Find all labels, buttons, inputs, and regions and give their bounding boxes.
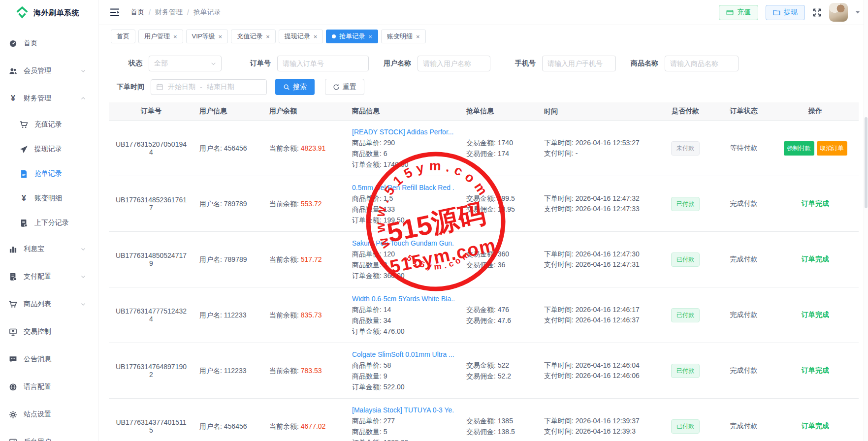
order-complete-text: 订单完成 [802, 366, 829, 375]
product-link[interactable]: 0.5mm Gel Pen Refill Black Red ... [352, 182, 454, 193]
close-icon[interactable]: × [416, 33, 420, 40]
close-icon[interactable]: × [368, 33, 372, 40]
sidebar-item-recharge-records[interactable]: 充值记录 [0, 112, 98, 137]
sidebar-item-label: 公告消息 [24, 355, 51, 364]
sidebar-item-language-config[interactable]: 语言配置 [0, 373, 98, 401]
trade-amount-value: 1385 [498, 417, 513, 425]
unit-price-label: 商品单价: [352, 417, 384, 425]
sidebar-item-home[interactable]: 首页 [0, 30, 98, 57]
pay-status-badge: 已付款 [671, 197, 700, 211]
column-header: 商品信息 [346, 107, 460, 116]
username: 用户名: 112233 [199, 365, 257, 376]
globe-icon [9, 383, 17, 391]
monitor-check-icon [9, 438, 17, 441]
time-cell: 下单时间: 2026-04-16 12:46:17支付时间: 2026-04-1… [538, 305, 655, 325]
sidebar-item-payment-config[interactable]: 支付配置 [0, 263, 98, 290]
sidebar-item-account-change-details[interactable]: ¥账变明细 [0, 186, 98, 211]
dashboard-icon [9, 39, 17, 48]
sidebar-item-trade-control[interactable]: 交易控制 [0, 318, 98, 346]
pay-status-badge: 已付款 [671, 308, 700, 322]
caret-down-icon[interactable] [855, 10, 860, 15]
column-header: 是否付款 [655, 107, 715, 116]
tab-order-grab-records[interactable]: 抢单记录× [326, 30, 378, 43]
topbar: 首页 / 财务管理 / 抢单记录 充值 [99, 0, 868, 25]
main-area: 首页 / 财务管理 / 抢单记录 充值 [99, 0, 868, 441]
sidebar-collapse-icon[interactable] [110, 8, 120, 17]
breadcrumb-home[interactable]: 首页 [130, 8, 144, 17]
order-number: UB17763147775124324 [109, 307, 193, 323]
tab-account-change-details[interactable]: 账变明细× [381, 30, 426, 43]
tab-recharge-records[interactable]: 充值记录× [231, 30, 276, 43]
product-link[interactable]: Colgate SlimSoft 0.01mm Ultra ... [352, 349, 454, 360]
force-pay-button[interactable]: 强制付款 [784, 141, 814, 156]
close-icon[interactable]: × [314, 33, 318, 40]
withdraw-button[interactable]: 提现 [766, 5, 805, 20]
username-value: 789789 [224, 200, 247, 208]
time-cell: 下单时间: 2026-04-16 12:47:32支付时间: 2026-04-1… [538, 193, 655, 214]
quantity-value: 34 [384, 316, 391, 324]
trade-amount: 交易金额: 360 [466, 249, 532, 259]
commission: 交易佣金: 174 [466, 148, 532, 159]
username-input[interactable] [418, 56, 490, 71]
username-value: 112233 [224, 311, 247, 319]
tab-home[interactable]: 首页 [111, 30, 135, 43]
status-select-value: 全部 [154, 59, 168, 68]
close-icon[interactable]: × [266, 33, 270, 40]
tab-vip-level[interactable]: VIP等级× [186, 30, 228, 43]
product-link[interactable]: [Malaysia Stock] TUTUYA 0-3 Ye... [352, 405, 454, 415]
sidebar-item-finance-management[interactable]: ¥财务管理 [0, 85, 98, 112]
product-link[interactable]: [READY STOCK] Adidas Perfor... [352, 126, 454, 137]
order-no-input[interactable] [277, 56, 369, 71]
order-amount-label: 订单金额: [352, 383, 384, 391]
product-name-input[interactable] [665, 56, 739, 71]
scrollbar-track [864, 0, 868, 441]
username: 用户名: 456456 [199, 421, 257, 432]
close-icon[interactable]: × [219, 33, 223, 40]
order-number: UB17763148505247179 [109, 252, 193, 267]
status-select[interactable]: 全部 [149, 56, 222, 71]
cart-icon [20, 121, 28, 129]
sidebar-item-site-settings[interactable]: 站点设置 [0, 401, 98, 428]
scrollbar-thumb[interactable] [865, 117, 868, 208]
search-button[interactable]: 搜索 [275, 79, 315, 95]
unit-price: 商品单价: 1.5 [352, 193, 454, 204]
tab-withdraw-records[interactable]: 提现记录× [279, 30, 323, 43]
sidebar-item-label: 财务管理 [24, 94, 51, 103]
phone-input[interactable] [542, 56, 616, 71]
commission-value: 19.95 [498, 205, 515, 213]
username-label: 用户名: [199, 367, 224, 375]
sidebar-item-order-grab-records[interactable]: 抢单记录 [0, 161, 98, 186]
open-tabs-bar: 首页用户管理×VIP等级×充值记录×提现记录×抢单记录×账变明细× [99, 25, 868, 46]
commission-label: 交易佣金: [466, 428, 498, 436]
cancel-order-button[interactable]: 取消订单 [817, 141, 847, 156]
order-amount: 订单金额: 1740.00 [352, 159, 454, 170]
product-link[interactable]: Sakura Pen-Touch Gundam Gun... [352, 238, 454, 249]
trade-amount: 交易金额: 199.5 [466, 193, 532, 204]
sidebar-item-announcements[interactable]: 公告消息 [0, 346, 98, 373]
avatar[interactable] [829, 3, 848, 22]
pay-time: 支付时间: 2026-04-16 12:46:37 [544, 315, 649, 325]
order-amount-value: 1740.00 [384, 160, 409, 168]
close-icon[interactable]: × [173, 33, 177, 40]
recharge-button[interactable]: 充值 [719, 5, 758, 20]
reset-button[interactable]: 重置 [325, 79, 364, 95]
date-range-input[interactable]: 开始日期 - 结束日期 [151, 79, 267, 95]
sidebar-item-admin-users[interactable]: 后台用户 [0, 428, 98, 441]
sidebar-item-goods-list[interactable]: 商品列表 [0, 290, 98, 318]
sidebar-item-updown-records[interactable]: 上下分记录 [0, 211, 98, 235]
fullscreen-icon[interactable] [812, 8, 822, 17]
trade-amount-value: 1740 [498, 139, 513, 147]
sidebar-item-withdraw-records[interactable]: 提现记录 [0, 137, 98, 161]
sidebar-item-member-management[interactable]: 会员管理 [0, 57, 98, 85]
unit-price-value: 120 [384, 250, 395, 258]
sidebar-item-interest-treasure[interactable]: 利息宝 [0, 235, 98, 263]
tab-user-management[interactable]: 用户管理× [138, 30, 183, 43]
sidebar-item-label: 抢单记录 [34, 169, 62, 178]
product-info-cell: Sakura Pen-Touch Gundam Gun...商品单价: 120商… [346, 238, 460, 281]
product-link[interactable]: Width 0.6-5cm 5Yards White Bla... [352, 293, 454, 304]
breadcrumb-finance[interactable]: 财务管理 [155, 8, 183, 17]
unit-price: 商品单价: 277 [352, 415, 454, 426]
status-label: 状态 [129, 59, 142, 68]
date-start-placeholder: 开始日期 [168, 83, 195, 92]
order-amount: 订单金额: 522.00 [352, 381, 454, 392]
